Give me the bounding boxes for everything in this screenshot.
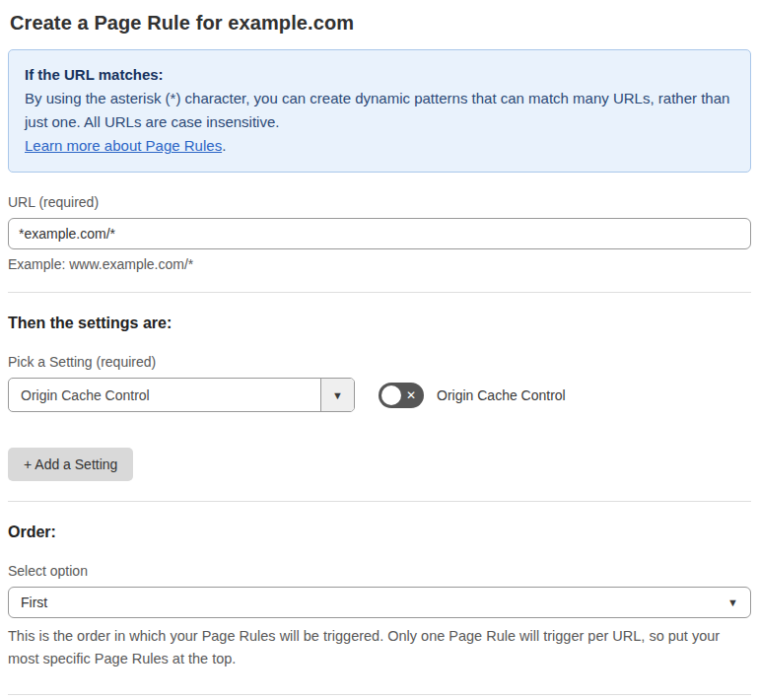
url-match-info-box: If the URL matches: By using the asteris…: [8, 49, 751, 173]
pick-setting-label: Pick a Setting (required): [8, 354, 751, 370]
add-setting-button[interactable]: + Add a Setting: [8, 448, 133, 481]
order-section-heading: Order:: [8, 524, 751, 541]
page-title: Create a Page Rule for example.com: [8, 8, 751, 35]
dropdown-arrow-button[interactable]: ▼: [320, 379, 354, 411]
settings-section-heading: Then the settings are:: [8, 315, 751, 332]
toggle-label: Origin Cache Control: [437, 387, 566, 403]
setting-picker-value: Origin Cache Control: [9, 379, 320, 411]
learn-more-link[interactable]: Learn more about Page Rules: [25, 137, 222, 154]
setting-picker-dropdown[interactable]: Origin Cache Control ▼: [8, 378, 355, 412]
order-select-label: Select option: [8, 563, 751, 579]
toggle-off-x-icon: ✕: [406, 389, 416, 401]
chevron-down-icon: ▼: [332, 389, 343, 401]
origin-cache-control-toggle[interactable]: ✕: [379, 383, 424, 408]
setting-picker-row: Origin Cache Control ▼ ✕ Origin Cache Co…: [8, 378, 751, 412]
url-input[interactable]: [8, 218, 751, 249]
chevron-down-icon: ▼: [727, 596, 738, 608]
url-field-label: URL (required): [8, 194, 751, 210]
order-helper-text: This is the order in which your Page Rul…: [8, 625, 751, 670]
divider: [8, 501, 751, 502]
info-box-link-line: Learn more about Page Rules.: [25, 134, 734, 158]
order-select-value: First: [21, 595, 47, 610]
info-box-heading: If the URL matches:: [25, 63, 734, 87]
info-box-body: By using the asterisk (*) character, you…: [25, 87, 734, 134]
divider: [8, 292, 751, 293]
toggle-knob: [381, 385, 401, 405]
url-field-helper: Example: www.example.com/*: [8, 256, 751, 272]
divider: [8, 694, 751, 695]
order-select[interactable]: First ▼: [8, 587, 751, 618]
link-suffix: .: [222, 137, 226, 154]
